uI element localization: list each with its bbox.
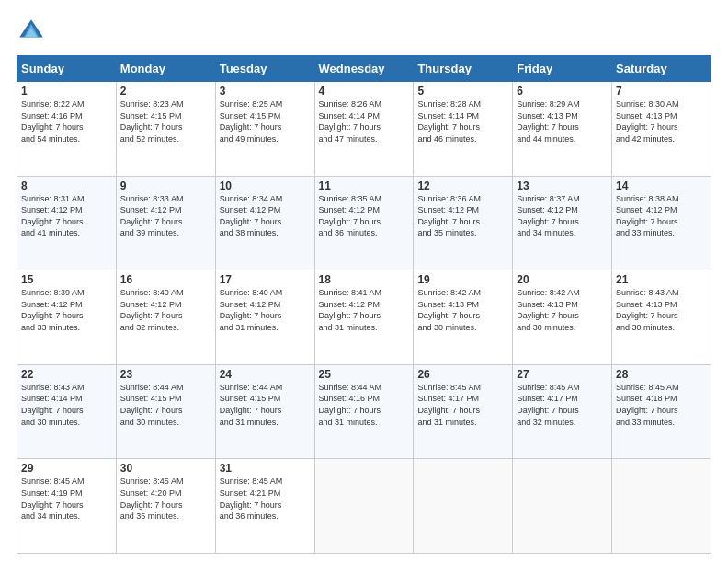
day-number: 16 [120,273,211,286]
col-sunday: Sunday [17,56,117,82]
col-tuesday: Tuesday [215,56,314,82]
calendar-week-row: 29 Sunrise: 8:45 AMSunset: 4:19 PMDaylig… [17,459,711,554]
day-info: Sunrise: 8:25 AMSunset: 4:15 PMDaylight:… [220,99,283,144]
table-row: 5 Sunrise: 8:28 AMSunset: 4:14 PMDayligh… [414,82,513,177]
table-row [612,459,711,554]
calendar-table: Sunday Monday Tuesday Wednesday Thursday… [17,55,711,554]
day-number: 6 [517,85,608,98]
page: Sunday Monday Tuesday Wednesday Thursday… [0,0,728,563]
table-row: 3 Sunrise: 8:25 AMSunset: 4:15 PMDayligh… [215,82,314,177]
day-info: Sunrise: 8:45 AMSunset: 4:17 PMDaylight:… [517,383,580,427]
col-monday: Monday [116,56,215,82]
table-row: 18 Sunrise: 8:41 AMSunset: 4:12 PMDaylig… [314,270,414,365]
day-info: Sunrise: 8:45 AMSunset: 4:18 PMDaylight:… [616,383,679,427]
day-info: Sunrise: 8:45 AMSunset: 4:21 PMDaylight:… [220,477,283,521]
day-number: 12 [417,179,508,192]
day-info: Sunrise: 8:31 AMSunset: 4:12 PMDaylight:… [21,194,85,238]
day-info: Sunrise: 8:44 AMSunset: 4:15 PMDaylight:… [220,383,283,427]
logo-icon [17,17,46,46]
table-row: 13 Sunrise: 8:37 AMSunset: 4:12 PMDaylig… [513,176,612,270]
day-number: 3 [220,85,311,98]
day-number: 5 [417,85,508,98]
table-row: 7 Sunrise: 8:30 AMSunset: 4:13 PMDayligh… [612,82,711,177]
day-number: 24 [220,368,311,381]
day-number: 23 [120,368,211,381]
day-number: 22 [21,368,112,381]
day-number: 21 [616,273,707,286]
day-info: Sunrise: 8:36 AMSunset: 4:12 PMDaylight:… [417,194,481,238]
logo [17,17,51,46]
day-number: 29 [21,462,112,475]
col-saturday: Saturday [612,56,711,82]
day-number: 8 [21,179,112,192]
table-row: 8 Sunrise: 8:31 AMSunset: 4:12 PMDayligh… [17,176,117,270]
day-number: 30 [120,462,211,475]
day-info: Sunrise: 8:42 AMSunset: 4:13 PMDaylight:… [417,288,481,332]
day-info: Sunrise: 8:40 AMSunset: 4:12 PMDaylight:… [220,288,283,332]
calendar-week-row: 22 Sunrise: 8:43 AMSunset: 4:14 PMDaylig… [17,364,711,459]
day-number: 15 [21,273,112,286]
day-info: Sunrise: 8:44 AMSunset: 4:15 PMDaylight:… [120,383,184,427]
table-row [414,459,513,554]
table-row: 20 Sunrise: 8:42 AMSunset: 4:13 PMDaylig… [513,270,612,365]
table-row: 15 Sunrise: 8:39 AMSunset: 4:12 PMDaylig… [17,270,117,365]
day-number: 10 [220,179,311,192]
day-number: 2 [120,85,211,98]
header [17,17,711,46]
day-info: Sunrise: 8:39 AMSunset: 4:12 PMDaylight:… [21,288,85,332]
day-number: 19 [417,273,508,286]
day-number: 9 [120,179,211,192]
day-info: Sunrise: 8:43 AMSunset: 4:14 PMDaylight:… [21,383,85,427]
table-row: 9 Sunrise: 8:33 AMSunset: 4:12 PMDayligh… [116,176,215,270]
day-info: Sunrise: 8:30 AMSunset: 4:13 PMDaylight:… [616,99,679,144]
calendar-header-row: Sunday Monday Tuesday Wednesday Thursday… [17,56,711,82]
day-number: 7 [616,85,707,98]
day-number: 27 [517,368,608,381]
table-row: 22 Sunrise: 8:43 AMSunset: 4:14 PMDaylig… [17,364,117,459]
day-number: 20 [517,273,608,286]
day-info: Sunrise: 8:34 AMSunset: 4:12 PMDaylight:… [220,194,283,238]
calendar-week-row: 15 Sunrise: 8:39 AMSunset: 4:12 PMDaylig… [17,270,711,365]
table-row: 21 Sunrise: 8:43 AMSunset: 4:13 PMDaylig… [612,270,711,365]
col-thursday: Thursday [414,56,513,82]
day-number: 17 [220,273,311,286]
day-info: Sunrise: 8:45 AMSunset: 4:19 PMDaylight:… [21,477,85,521]
day-number: 1 [21,85,112,98]
day-info: Sunrise: 8:23 AMSunset: 4:15 PMDaylight:… [120,99,184,144]
day-info: Sunrise: 8:45 AMSunset: 4:17 PMDaylight:… [417,383,481,427]
table-row [314,459,414,554]
table-row: 1 Sunrise: 8:22 AMSunset: 4:16 PMDayligh… [17,82,117,177]
table-row: 25 Sunrise: 8:44 AMSunset: 4:16 PMDaylig… [314,364,414,459]
table-row: 24 Sunrise: 8:44 AMSunset: 4:15 PMDaylig… [215,364,314,459]
table-row: 19 Sunrise: 8:42 AMSunset: 4:13 PMDaylig… [414,270,513,365]
day-info: Sunrise: 8:35 AMSunset: 4:12 PMDaylight:… [319,194,382,238]
day-info: Sunrise: 8:38 AMSunset: 4:12 PMDaylight:… [616,194,679,238]
calendar-week-row: 8 Sunrise: 8:31 AMSunset: 4:12 PMDayligh… [17,176,711,270]
day-number: 25 [319,368,410,381]
day-info: Sunrise: 8:40 AMSunset: 4:12 PMDaylight:… [120,288,184,332]
col-friday: Friday [513,56,612,82]
day-number: 13 [517,179,608,192]
table-row: 2 Sunrise: 8:23 AMSunset: 4:15 PMDayligh… [116,82,215,177]
table-row: 11 Sunrise: 8:35 AMSunset: 4:12 PMDaylig… [314,176,414,270]
table-row: 16 Sunrise: 8:40 AMSunset: 4:12 PMDaylig… [116,270,215,365]
day-info: Sunrise: 8:42 AMSunset: 4:13 PMDaylight:… [517,288,580,332]
day-info: Sunrise: 8:22 AMSunset: 4:16 PMDaylight:… [21,99,85,144]
day-info: Sunrise: 8:43 AMSunset: 4:13 PMDaylight:… [616,288,679,332]
table-row: 29 Sunrise: 8:45 AMSunset: 4:19 PMDaylig… [17,459,117,554]
day-number: 31 [220,462,311,475]
day-info: Sunrise: 8:33 AMSunset: 4:12 PMDaylight:… [120,194,184,238]
table-row: 6 Sunrise: 8:29 AMSunset: 4:13 PMDayligh… [513,82,612,177]
table-row: 10 Sunrise: 8:34 AMSunset: 4:12 PMDaylig… [215,176,314,270]
table-row: 14 Sunrise: 8:38 AMSunset: 4:12 PMDaylig… [612,176,711,270]
day-number: 4 [319,85,410,98]
day-number: 11 [319,179,410,192]
table-row: 17 Sunrise: 8:40 AMSunset: 4:12 PMDaylig… [215,270,314,365]
calendar-week-row: 1 Sunrise: 8:22 AMSunset: 4:16 PMDayligh… [17,82,711,177]
col-wednesday: Wednesday [314,56,414,82]
day-info: Sunrise: 8:44 AMSunset: 4:16 PMDaylight:… [319,383,382,427]
day-info: Sunrise: 8:45 AMSunset: 4:20 PMDaylight:… [120,477,184,521]
day-number: 26 [417,368,508,381]
day-number: 14 [616,179,707,192]
day-info: Sunrise: 8:41 AMSunset: 4:12 PMDaylight:… [319,288,382,332]
